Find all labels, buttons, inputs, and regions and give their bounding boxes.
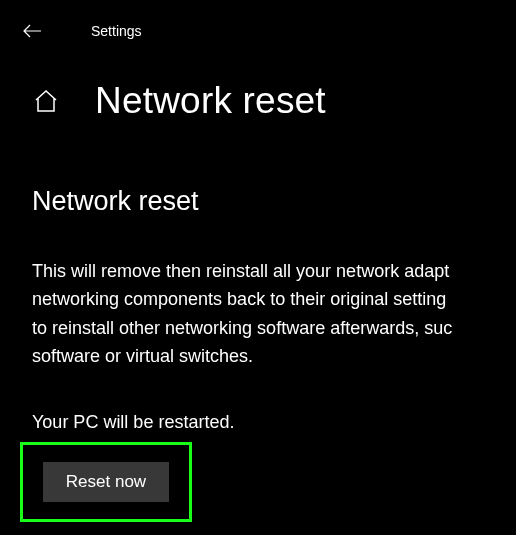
description-line: This will remove then reinstall all your… [32,257,516,285]
page-title: Network reset [95,80,326,122]
header-bar: Settings [0,0,516,48]
reset-now-button[interactable]: Reset now [43,462,169,502]
description-line: software or virtual switches. [32,342,516,370]
title-row: Network reset [0,48,516,122]
home-icon[interactable] [32,87,60,115]
description-text: This will remove then reinstall all your… [32,257,516,371]
content-area: Network reset This will remove then rein… [0,122,516,433]
restart-note: Your PC will be restarted. [32,412,516,433]
description-line: to reinstall other networking software a… [32,314,516,342]
back-icon[interactable] [22,21,42,41]
section-subtitle: Network reset [32,186,516,217]
highlight-annotation: Reset now [20,442,192,522]
header-title: Settings [91,23,142,39]
description-line: networking components back to their orig… [32,285,516,313]
